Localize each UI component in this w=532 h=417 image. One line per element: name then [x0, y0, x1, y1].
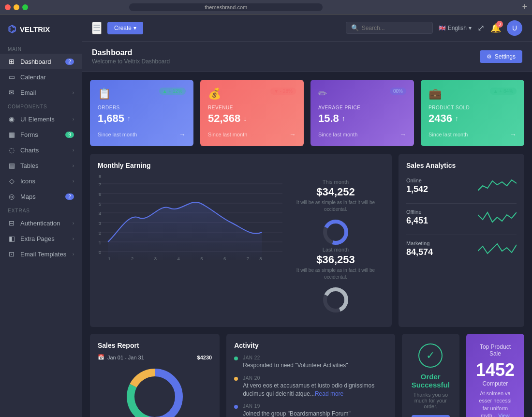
sidebar-item-forms[interactable]: ▦ Forms 9: [0, 127, 82, 142]
browser-new-tab[interactable]: +: [522, 2, 527, 12]
charts-arrow: ›: [73, 148, 74, 153]
revenue-footer-arrow[interactable]: →: [289, 131, 296, 138]
sidebar-item-tables[interactable]: ▤ Tables ›: [0, 158, 82, 173]
sidebar-label-maps: Maps: [20, 193, 36, 200]
icons-icon: ◇: [8, 177, 15, 185]
revenue-arrow: ↓: [243, 115, 247, 122]
middle-row: Monthly Earning: [82, 154, 532, 334]
svg-text:1: 1: [99, 240, 101, 245]
product-sold-footer: Since last month →: [429, 131, 517, 138]
svg-text:3: 3: [99, 221, 101, 226]
browser-dot-close[interactable]: [5, 4, 11, 10]
activity-date-1: JAN 22: [243, 355, 348, 360]
avg-price-badge: 00%: [390, 88, 406, 95]
sidebar-item-maps[interactable]: ◎ Maps 2: [0, 189, 82, 204]
email-templates-arrow: ›: [73, 252, 74, 257]
activity-text-2: At vero eos et accusamus et iusto odio d…: [243, 382, 387, 398]
maps-badge: 2: [65, 194, 74, 200]
sidebar-item-calendar[interactable]: ▭ Calendar: [0, 69, 82, 85]
activity-dot-3: [234, 405, 238, 409]
sidebar-label-authentication: Authentication: [20, 220, 60, 227]
product-sold-footer-arrow[interactable]: →: [510, 131, 517, 138]
browser-chrome: themesbrand.com +: [0, 0, 532, 15]
activity-date-2: JAN 20: [243, 375, 387, 381]
auth-arrow: ›: [73, 221, 74, 226]
last-month-desc: It will be as simple as in fact it will …: [287, 267, 384, 281]
sidebar: ⌬ VELTRIX MAIN ⊞ Dashboard 2 ▭ Calendar …: [0, 15, 82, 417]
hamburger-button[interactable]: ☰: [92, 22, 102, 34]
svg-text:8: 8: [259, 256, 262, 261]
sales-report-card: Sales Report 📅 Jan 01 - Jan 31 $4230: [90, 334, 220, 417]
notifications-button[interactable]: 🔔 3: [490, 23, 501, 33]
orders-footer-arrow[interactable]: →: [179, 131, 186, 138]
marketing-label: Marketing: [406, 240, 433, 246]
activity-item-3: JAN 19 Joined the group "Boardsmanship F…: [234, 403, 387, 417]
svg-text:4: 4: [177, 256, 179, 261]
product-sold-icon: 💼: [429, 88, 442, 100]
email-arrow: ›: [73, 90, 74, 95]
analytics-title: Sales Analytics: [406, 162, 517, 169]
search-icon: 🔍: [351, 24, 359, 31]
sidebar-item-email[interactable]: ✉ Email ›: [0, 85, 82, 100]
sidebar-item-email-templates[interactable]: ⊡ Email Templates ›: [0, 246, 82, 262]
read-more-1[interactable]: Read more: [315, 390, 343, 397]
user-avatar[interactable]: U: [507, 20, 522, 36]
avatar-initial: U: [512, 24, 517, 32]
orders-icon: 📋: [98, 88, 111, 100]
top-product-value: 1452: [476, 360, 515, 380]
search-input[interactable]: [362, 25, 425, 31]
order-title: Order Successful: [412, 372, 450, 389]
svg-text:7: 7: [247, 256, 249, 261]
sidebar-label-dashboard: Dashboard: [20, 58, 51, 65]
avg-price-value: 15.8 ↑: [318, 112, 406, 125]
avg-price-arrow: ↑: [342, 115, 345, 122]
sidebar-logo: ⌬ VELTRIX: [0, 19, 82, 43]
sales-amount: $4230: [197, 355, 212, 360]
check-status-button[interactable]: Check Status: [412, 415, 450, 417]
sidebar-item-dashboard[interactable]: ⊞ Dashboard 2: [0, 54, 82, 69]
search-box[interactable]: 🔍: [346, 22, 433, 34]
svg-text:4: 4: [99, 211, 101, 216]
sidebar-item-ui-elements[interactable]: ◉ UI Elements ›: [0, 111, 82, 127]
fullscreen-button[interactable]: ⤢: [477, 23, 485, 33]
chart-area: 0 1 2 3 4 5 6 7 8 1 2: [98, 174, 384, 319]
browser-dot-minimize[interactable]: [14, 4, 19, 10]
marketing-chart: [478, 239, 517, 258]
avg-price-label: AVERAGE PRICE: [318, 105, 406, 110]
svg-text:8: 8: [99, 174, 101, 179]
language-label: English: [448, 25, 467, 31]
product-sold-arrow: ↑: [455, 115, 458, 122]
charts-icon: ◌: [8, 146, 15, 154]
avg-price-footer-arrow[interactable]: →: [399, 131, 406, 138]
browser-url: themesbrand.com: [129, 3, 323, 11]
analytics-marketing: Marketing 84,574: [406, 239, 517, 258]
language-selector[interactable]: 🇬🇧 English ▾: [439, 25, 472, 31]
svg-text:5: 5: [99, 202, 101, 207]
settings-button[interactable]: ⚙ Settings: [480, 50, 522, 63]
view-more-link[interactable]: View more: [489, 413, 509, 417]
ui-arrow: ›: [73, 117, 74, 122]
create-button[interactable]: Create ▾: [107, 22, 143, 34]
topbar: ☰ Create ▾ 🔍 🇬🇧 English ▾ ⤢ 🔔 3 U: [82, 15, 532, 42]
svg-text:3: 3: [154, 256, 157, 261]
last-month-donut: [287, 285, 384, 314]
calendar-icon: ▭: [8, 73, 15, 81]
online-value: 1,542: [406, 184, 428, 194]
sidebar-item-charts[interactable]: ◌ Charts ›: [0, 142, 82, 158]
tables-icon: ▤: [8, 162, 15, 169]
sidebar-item-icons[interactable]: ◇ Icons ›: [0, 173, 82, 189]
this-month-value: $34,252: [287, 186, 384, 198]
activity-item-2: JAN 20 At vero eos et accusamus et iusto…: [234, 375, 387, 398]
top-product-label: Top Product Sale: [476, 343, 515, 357]
sidebar-label-forms: Forms: [20, 131, 38, 138]
stats-row: 📋 ▲ + 12% ORDERS 1,685 ↑ Since last mont…: [82, 72, 532, 154]
sidebar-item-authentication[interactable]: ⊟ Authentication ›: [0, 215, 82, 231]
stat-card-product-sold: 💼 ▲ + 84% PRODUCT SOLD 2436 ↑ Since last…: [421, 80, 524, 146]
revenue-footer-text: Since last month: [208, 132, 247, 137]
browser-dot-maximize[interactable]: [22, 4, 28, 10]
lang-chevron: ▾: [469, 25, 472, 31]
svg-text:6: 6: [223, 256, 226, 261]
sidebar-item-extra-pages[interactable]: ◧ Extra Pages ›: [0, 231, 82, 246]
product-sold-badge: ▲ + 84%: [490, 88, 517, 95]
sales-date-range: 📅 Jan 01 - Jan 31 $4230: [98, 354, 212, 360]
